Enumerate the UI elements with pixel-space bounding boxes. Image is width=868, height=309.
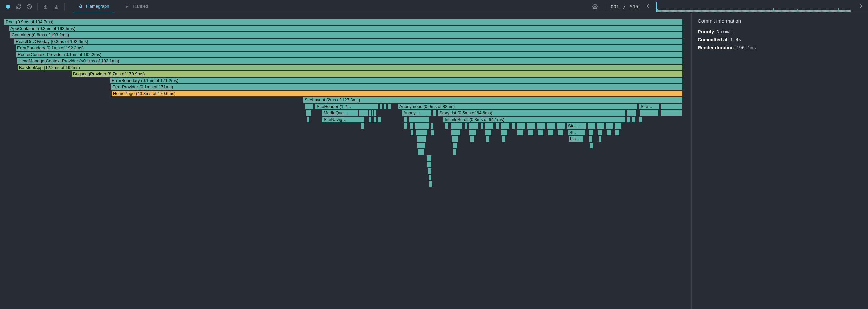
commit-strip-bar[interactable] (702, 10, 703, 12)
commit-strip-bar[interactable] (754, 10, 755, 12)
commit-strip-bar[interactable] (726, 10, 727, 12)
flame-bar[interactable] (627, 110, 636, 116)
commit-strip-bar[interactable] (674, 10, 675, 12)
commit-strip-bar[interactable] (805, 10, 806, 12)
commit-strip-bar[interactable] (763, 10, 764, 12)
commit-strip-bar[interactable] (765, 10, 766, 12)
commit-strip-bar[interactable] (826, 10, 827, 12)
commit-strip-bar[interactable] (797, 9, 798, 12)
commit-strip-bar[interactable] (758, 10, 759, 12)
next-commit-button[interactable] (856, 2, 865, 11)
flame-bar[interactable] (429, 181, 432, 187)
commit-strip-bar[interactable] (659, 10, 660, 12)
commit-strip-bar[interactable] (691, 10, 692, 12)
flame-bar[interactable]: SiteLayout (2ms of 127.3ms) (303, 97, 683, 103)
flame-bar[interactable] (517, 129, 523, 135)
commit-strip-bar[interactable] (710, 10, 711, 12)
download-button[interactable] (52, 2, 61, 11)
commit-strip-bar[interactable] (670, 10, 671, 12)
flame-bar[interactable] (537, 129, 544, 135)
flame-bar[interactable] (598, 135, 601, 142)
commit-strip-bar[interactable] (742, 10, 743, 12)
flame-bar[interactable] (527, 123, 535, 129)
commit-strip-bar[interactable] (807, 10, 808, 12)
flame-bar[interactable] (640, 110, 659, 116)
commit-strip-bar[interactable] (764, 10, 765, 12)
commit-strip-bar[interactable] (839, 10, 840, 12)
commit-strip-bar[interactable] (776, 10, 777, 12)
flame-bar[interactable] (433, 110, 436, 116)
commit-strip-bar[interactable] (771, 10, 772, 12)
commit-strip-bar[interactable] (671, 10, 672, 12)
flame-bar[interactable] (590, 142, 593, 149)
flame-bar[interactable] (547, 123, 556, 129)
commit-strip-bar[interactable] (719, 10, 720, 12)
record-button[interactable] (3, 2, 13, 11)
commit-strip-bar[interactable] (830, 10, 831, 12)
prev-commit-button[interactable] (644, 2, 653, 11)
commit-strip-bar[interactable] (733, 10, 734, 12)
commit-strip-bar[interactable] (840, 10, 841, 12)
commit-strip-bar[interactable] (815, 10, 816, 12)
flame-bar[interactable]: StoryList (0.5ms of 64.6ms) (438, 110, 625, 116)
flame-bar[interactable] (453, 149, 456, 155)
commit-strip-bar[interactable] (828, 10, 829, 12)
commit-strip-bar[interactable] (785, 10, 786, 12)
flame-bar[interactable] (388, 103, 391, 110)
commit-strip-bar[interactable] (755, 10, 756, 12)
commit-strip-bar[interactable] (795, 10, 796, 12)
commit-strip-bar[interactable] (712, 10, 713, 12)
commit-strip-bar[interactable] (848, 10, 849, 12)
commit-strip-bar[interactable] (827, 10, 828, 12)
commit-strip-bar[interactable] (802, 10, 803, 12)
commit-strip-bar[interactable] (808, 10, 809, 12)
flame-bar[interactable]: AppContainer (0.3ms of 193.5ms) (9, 25, 683, 32)
commit-strip-bar[interactable] (716, 10, 717, 12)
commit-strip-bar[interactable] (692, 10, 693, 12)
commit-strip-bar[interactable] (789, 10, 790, 12)
commit-strip-bar[interactable] (833, 10, 834, 12)
flame-bar[interactable] (306, 116, 310, 123)
commit-strip-bar[interactable] (699, 10, 700, 12)
commit-strip-bar[interactable] (737, 10, 738, 12)
commit-strip-bar[interactable] (849, 10, 850, 12)
commit-strip-bar[interactable] (724, 10, 725, 12)
flame-bar[interactable]: BugsnagProvider (8.7ms of 179.9ms) (71, 70, 683, 77)
commit-strip-bar[interactable] (835, 10, 836, 12)
flame-bar[interactable] (588, 129, 593, 135)
commit-strip-bar[interactable] (752, 10, 753, 12)
commit-strip-bar[interactable] (770, 10, 771, 12)
flame-bar[interactable] (661, 103, 682, 110)
flame-bar[interactable] (373, 116, 377, 123)
commit-strip-bar[interactable] (746, 10, 747, 12)
commit-strip-bar[interactable] (777, 10, 778, 12)
flame-bar[interactable]: St… (567, 129, 585, 135)
flame-bar[interactable] (557, 123, 565, 129)
commit-strip-bar[interactable] (818, 10, 819, 12)
commit-strip-bar[interactable] (772, 10, 773, 12)
reload-button[interactable] (14, 2, 23, 11)
commit-strip-bar[interactable] (793, 10, 794, 12)
commit-strip-bar[interactable] (669, 10, 670, 12)
flame-bar[interactable] (428, 175, 432, 181)
commit-strip-bar[interactable] (831, 10, 832, 12)
commit-strip-bar[interactable] (709, 10, 710, 12)
commit-strip-bar[interactable] (773, 8, 774, 12)
commit-strip-bar[interactable] (672, 10, 673, 12)
flame-bar[interactable] (631, 116, 635, 123)
commit-strip-bar[interactable] (701, 10, 702, 12)
commit-strip-bar[interactable] (730, 10, 731, 12)
commit-strip-bar[interactable] (743, 10, 744, 12)
flame-bar[interactable] (469, 129, 476, 135)
clear-button[interactable] (25, 2, 34, 11)
flame-bar[interactable] (415, 123, 429, 129)
flame-bar[interactable] (661, 110, 682, 116)
commit-strip-bar[interactable] (811, 10, 812, 12)
flame-bar[interactable] (484, 123, 494, 129)
commit-strip-bar[interactable] (714, 10, 715, 12)
commit-strip-bar[interactable] (664, 10, 665, 12)
settings-button[interactable] (590, 2, 599, 11)
commit-strip-bar[interactable] (783, 10, 784, 12)
commit-strip-bar[interactable] (695, 10, 696, 12)
flame-bar[interactable]: Root (0.9ms of 194.7ms) (4, 19, 683, 25)
